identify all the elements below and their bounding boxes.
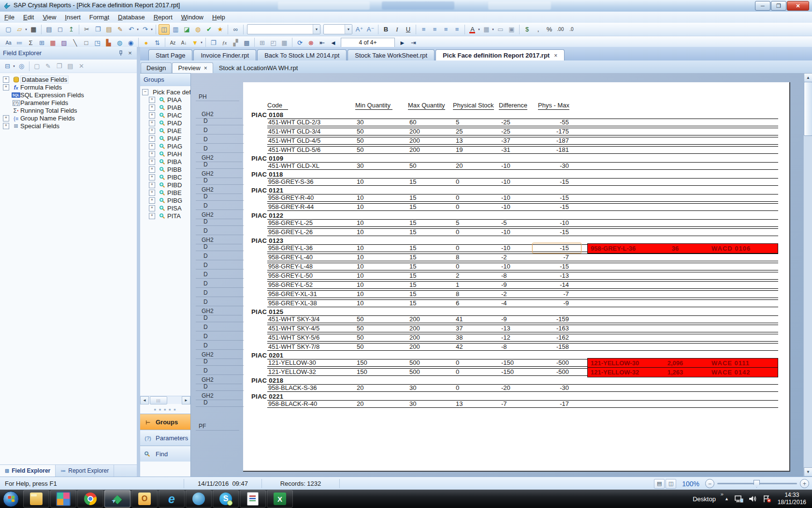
max-quantity-cell[interactable]: 30 [409, 401, 416, 407]
formula-workshop-icon[interactable]: ƒx [219, 38, 230, 47]
group-tree-item-piah[interactable]: +PIAH [142, 150, 190, 158]
min-quantity-cell[interactable]: 50 [357, 137, 363, 144]
code-cell[interactable]: 958-GREY-L-50 [268, 272, 313, 279]
dependency-checker-icon[interactable]: ▦ [279, 38, 290, 47]
scrollbar-thumb[interactable]: ||| [150, 396, 167, 404]
phys-max-cell[interactable]: -181 [530, 147, 569, 153]
expand-icon[interactable]: + [149, 97, 155, 103]
tab-stock-at-locationwa-wh-rpt[interactable]: Stock at LocationWA WH.rpt [214, 63, 304, 73]
internet-explorer-button[interactable]: e [159, 490, 185, 508]
phys-max-cell[interactable]: -17 [530, 401, 569, 407]
suppress-icon[interactable]: ▭ [495, 25, 506, 34]
copy-icon[interactable]: ❐ [93, 25, 103, 34]
rename-field-icon[interactable]: ▤ [65, 61, 75, 71]
restore-button[interactable]: ❐ [771, 1, 786, 11]
difference-cell[interactable]: -10 [501, 163, 510, 169]
phys-max-cell[interactable]: -7 [530, 291, 569, 298]
insert-line-icon[interactable]: ╲ [70, 38, 80, 47]
max-quantity-cell[interactable]: 15 [409, 300, 416, 307]
code-cell[interactable]: 451-WHT SKY-5/6 [268, 334, 319, 341]
column-header[interactable]: Difference [499, 102, 527, 110]
edit-field-icon[interactable]: ✎ [43, 61, 53, 71]
insert-text-object-icon[interactable]: Aa [3, 38, 14, 47]
toggle-group-tree-icon[interactable]: ◫ [159, 24, 170, 35]
difference-cell[interactable]: -10 [501, 263, 510, 270]
max-quantity-cell[interactable]: 15 [409, 263, 416, 270]
expand-icon[interactable]: + [149, 205, 155, 211]
physical-stock-cell[interactable]: 5 [456, 220, 459, 226]
detail-row[interactable]: 451-WHT GLD-XL305020-10-30 [267, 162, 778, 170]
phys-max-cell[interactable]: -158 [530, 344, 569, 350]
align-justify-icon[interactable]: ≡ [452, 25, 462, 34]
remove-decimal-icon[interactable]: .0 [566, 25, 577, 34]
physical-stock-cell[interactable]: 19 [456, 147, 463, 153]
skype-button[interactable]: S [213, 490, 239, 508]
report-viewer-button[interactable] [240, 490, 266, 508]
group-tree-item-pibg[interactable]: +PIBG [142, 197, 190, 204]
new-field-icon[interactable]: ▢ [32, 61, 42, 71]
tab-preview[interactable]: Preview× [172, 62, 213, 73]
menu-report[interactable]: Report [149, 13, 177, 22]
scrollbar-thumb[interactable] [804, 82, 812, 136]
add-decimal-icon[interactable]: .00 [555, 25, 566, 34]
max-quantity-cell[interactable]: 15 [409, 220, 416, 226]
physical-stock-cell[interactable]: 8 [456, 254, 459, 261]
insert-to-report-icon[interactable]: ⊟ [2, 61, 13, 71]
group-tree-item-piab[interactable]: +PIAB [142, 104, 190, 111]
lync-button[interactable] [186, 490, 212, 508]
undo-icon[interactable]: ↶ [126, 25, 136, 34]
expand-icon[interactable]: + [149, 190, 155, 196]
group-tree-item-pisa[interactable]: +PISA [142, 205, 190, 212]
phys-max-cell[interactable]: -500 [530, 369, 569, 375]
find-explorer-button[interactable]: Find [140, 446, 190, 462]
record-sort-expert-icon[interactable]: A↓ [179, 38, 189, 47]
expand-icon[interactable]: + [149, 128, 155, 134]
code-cell[interactable]: 958-BLACK-S-36 [268, 385, 317, 391]
difference-cell[interactable]: -150 [501, 359, 514, 366]
min-quantity-cell[interactable]: 10 [357, 300, 363, 307]
chevron-down-icon[interactable]: ▼ [313, 25, 320, 34]
code-cell[interactable]: 451-WHT SKY-4/5 [268, 325, 319, 332]
doc-tab[interactable]: Pick Face definition Report 2017.rpt× [435, 49, 565, 61]
menu-format[interactable]: Format [85, 13, 114, 22]
group-tree-item-pibd[interactable]: +PIBD [142, 181, 190, 189]
font-size-combo[interactable]: ▼ [323, 24, 352, 34]
windows-explorer-button[interactable] [23, 490, 49, 508]
difference-cell[interactable]: -8 [501, 344, 507, 350]
detail-row[interactable]: 958-GREY-XL-3810156-4-9 [267, 299, 778, 307]
expand-icon[interactable]: + [3, 76, 9, 83]
chevron-down-icon[interactable]: ▾ [150, 28, 154, 31]
nav-prev-icon[interactable]: ◄ [328, 38, 338, 47]
max-quantity-cell[interactable]: 30 [409, 385, 416, 391]
phys-max-cell[interactable]: -13 [530, 272, 569, 279]
insert-group-icon[interactable]: ≔ [14, 38, 25, 47]
difference-cell[interactable]: -2 [501, 291, 507, 298]
code-cell[interactable]: 451-WHT GLD-3/4 [268, 128, 320, 135]
detail-row[interactable]: 451-WHT GLD-5/65020019-31-181 [267, 146, 778, 154]
align-left-icon[interactable]: ≡ [419, 25, 429, 34]
physical-stock-cell[interactable]: 25 [456, 128, 463, 135]
physical-stock-cell[interactable]: 1 [456, 282, 459, 288]
code-cell[interactable]: 958-GREY-L-40 [268, 254, 313, 261]
detail-row[interactable]: 958-BLACK-R-40203013-7-17 [267, 400, 778, 408]
difference-cell[interactable]: -10 [501, 229, 510, 236]
physical-stock-cell[interactable]: 20 [456, 163, 463, 169]
code-cell[interactable]: 958-BLACK-R-40 [268, 401, 317, 407]
sort-control-icon[interactable]: ⇅ [152, 38, 162, 47]
phys-max-cell[interactable]: -15 [530, 229, 569, 236]
max-quantity-cell[interactable]: 500 [409, 359, 420, 366]
detail-row[interactable]: 958-GREY-L-5210151-9-14 [267, 281, 778, 289]
expand-icon[interactable]: + [149, 174, 155, 180]
detail-row[interactable]: 121-YELLOW-321505000-150-500121-YELLOW-3… [267, 368, 778, 376]
toolbar-chevron-icon[interactable]: » [721, 491, 724, 497]
thousands-icon[interactable]: , [533, 25, 543, 34]
map-app-button[interactable] [50, 490, 76, 508]
code-cell[interactable]: 958-GREY-L-48 [268, 263, 313, 270]
insert-to-report-icon[interactable]: ◪ [182, 25, 192, 34]
insert-map-icon[interactable]: ◍ [115, 38, 125, 47]
start-button[interactable] [3, 491, 19, 507]
expand-icon[interactable]: + [149, 105, 155, 111]
stop-icon[interactable]: ⊗ [306, 38, 316, 47]
min-quantity-cell[interactable]: 30 [357, 119, 363, 126]
refresh-icon[interactable]: ⟳ [295, 38, 305, 47]
